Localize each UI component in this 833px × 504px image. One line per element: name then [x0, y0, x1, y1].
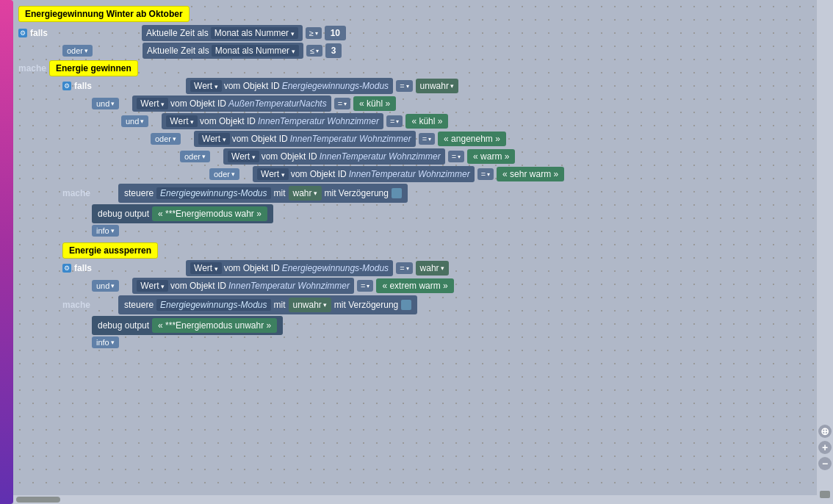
zoom-in-button[interactable]: + [818, 441, 832, 454]
wert-dd-3[interactable]: Wert [166, 115, 198, 127]
obj-id-modus-1: Energiegewinnungs-Modus [282, 81, 389, 91]
obj-id-innen-3: InnenTemperatur Wohnzimmer [320, 151, 441, 162]
gear-icon-3[interactable]: ⚙ [62, 264, 71, 273]
debug-text-2: debug output [98, 320, 149, 331]
str-kuhl-1: « kühl » [353, 96, 396, 111]
str-warm: « warm » [467, 149, 515, 164]
eq-op-2[interactable]: = [334, 98, 350, 109]
verzoegerung-toggle-1[interactable] [392, 188, 402, 198]
gte-op-1[interactable]: ≥ [306, 27, 322, 39]
compass-icon[interactable]: ⊕ [818, 425, 832, 438]
wert-dd-6[interactable]: Wert [257, 168, 289, 180]
horizontal-scrollbar[interactable] [13, 495, 817, 504]
wert-dd-2[interactable]: Wert [137, 98, 168, 109]
aktuelle-zeit-label-2: Aktuelle Zeit als [147, 46, 209, 56]
wahr-val-1[interactable]: wahr [289, 186, 322, 201]
wert-block-modus-2[interactable]: Wert vom Objekt ID Energiegewinnungs-Mod… [186, 260, 393, 276]
str-angenehm: « angenehm » [438, 132, 506, 146]
und-kw-1[interactable]: und [92, 98, 119, 109]
wert-dd-8[interactable]: Wert [137, 280, 168, 292]
wert-block-modus-1[interactable]: Wert vom Objekt ID Energiegewinnungs-Mod… [186, 78, 393, 94]
str-kuhl-2: « kühl » [405, 114, 448, 129]
debug-str-1: « ***Energiemodus wahr » [152, 206, 267, 221]
str-sehr-warm: « sehr warm » [497, 167, 564, 181]
obj-id-innen-1: InnenTemperatur Wohnzimmer [258, 116, 379, 126]
energie-gewinnen-label: Energie gewinnen [49, 60, 138, 76]
obj-id-modus-2: Energiegewinnungs-Modus [282, 263, 389, 273]
info-kw-2[interactable]: info [92, 336, 119, 348]
aktuelle-zeit-label: Aktuelle Zeit als [146, 28, 209, 38]
falls-label-3: falls [74, 263, 92, 273]
debug-block-2[interactable]: debug output « ***Energiemodus unwahr » [92, 316, 283, 335]
wert-block-aussen[interactable]: Wert vom Objekt ID AußenTemperaturNachts [132, 96, 331, 112]
debug-block-1[interactable]: debug output « ***Energiemodus wahr » [92, 204, 273, 223]
aktuelle-zeit-block-2[interactable]: Aktuelle Zeit als Monat als Nummer [143, 43, 303, 59]
blocks-canvas: Energiegewinnung Winter ab Oktober ⚙ fal… [18, 6, 819, 354]
oder-kw-4[interactable]: oder [209, 168, 239, 180]
debug-str-2: « ***Energiemodus unwahr » [152, 318, 277, 333]
falls-label-2: falls [74, 81, 92, 91]
eq-op-4[interactable]: = [419, 133, 435, 145]
left-accent-bar [0, 0, 13, 504]
eq-op-8[interactable]: = [357, 280, 373, 292]
falls-label-1: falls [30, 28, 48, 38]
aktuelle-zeit-block-1[interactable]: Aktuelle Zeit als Monat als Nummer [142, 25, 303, 41]
obj-id-aussen: AußenTemperaturNachts [228, 98, 327, 109]
eq-op-6[interactable]: = [477, 168, 494, 180]
eq-op-5[interactable]: = [448, 151, 464, 162]
mache-label-3: mache [62, 298, 90, 312]
energie-aussperren-label: Energie aussperren [62, 242, 158, 259]
steuere-text-2: steuere [124, 300, 154, 310]
oder-kw-1[interactable]: oder [62, 45, 93, 57]
wert-block-innen-3[interactable]: Wert vom Objekt ID InnenTemperatur Wohnz… [223, 148, 445, 165]
info-kw-1[interactable]: info [92, 225, 119, 237]
oder-kw-2[interactable]: oder [151, 133, 181, 145]
hscroll-thumb[interactable] [16, 497, 60, 503]
lte-op-1[interactable]: ≤ [306, 45, 322, 57]
value-3: 3 [325, 43, 342, 58]
steuere-block-1[interactable]: steuere Energiegewinnungs-Modus mit wahr… [118, 184, 408, 203]
steuere-id-2: Energiegewinnungs-Modus [156, 299, 270, 311]
unwahr-val-2[interactable]: unwahr [289, 298, 331, 312]
wert-block-innen-4[interactable]: Wert vom Objekt ID InnenTemperatur Wohnz… [253, 166, 475, 182]
eq-op-3[interactable]: = [386, 115, 403, 127]
und-kw-3[interactable]: und [92, 280, 119, 292]
obj-id-innen-2: InnenTemperatur Wohnzimmer [290, 134, 411, 144]
eq-op-1[interactable]: = [396, 80, 412, 92]
wert-dd-5[interactable]: Wert [228, 151, 259, 162]
wert-dd-4[interactable]: Wert [198, 133, 230, 145]
section1-title: Energiegewinnung Winter ab Oktober [18, 6, 190, 22]
wert-dd-7[interactable]: Wert [190, 262, 222, 274]
value-10: 10 [325, 26, 346, 40]
oder-kw-3[interactable]: oder [180, 151, 210, 162]
mache-label-1: mache [18, 61, 46, 76]
gear-icon-1[interactable]: ⚙ [18, 29, 27, 37]
str-extrem-warm: « extrem warm » [376, 278, 453, 293]
monat-dropdown-1[interactable]: Monat als Nummer [211, 27, 298, 39]
und-kw-2[interactable]: und [121, 115, 148, 127]
obj-id-innen-4: InnenTemperatur Wohnzimmer [349, 169, 470, 179]
steuere-block-2[interactable]: steuere Energiegewinnungs-Modus mit unwa… [118, 295, 417, 314]
wahr-val-2[interactable]: wahr [416, 261, 449, 276]
steuere-text-1: steuere [124, 188, 154, 198]
right-panel: ⊕ + − [817, 0, 833, 504]
eq-op-7[interactable]: = [396, 262, 412, 274]
mache-label-2: mache [62, 186, 90, 201]
wert-block-innen-2[interactable]: Wert vom Objekt ID InnenTemperatur Wohnz… [194, 131, 416, 147]
debug-text-1: debug output [98, 209, 149, 219]
wert-dd-1[interactable]: Wert [190, 80, 222, 92]
steuere-id-1: Energiegewinnungs-Modus [156, 187, 270, 199]
wert-block-innen-1[interactable]: Wert vom Objekt ID InnenTemperatur Wohnz… [162, 113, 383, 129]
verzoegerung-toggle-2[interactable] [401, 300, 411, 310]
monat-dropdown-2[interactable]: Monat als Nummer [212, 45, 299, 57]
zoom-out-button[interactable]: − [818, 457, 832, 470]
scrollbar-thumb[interactable] [820, 491, 830, 498]
gear-icon-2[interactable]: ⚙ [62, 82, 71, 90]
obj-id-innen-5: InnenTemperatur Wohnzimmer [228, 281, 350, 291]
unwahr-val-1[interactable]: unwahr [416, 79, 458, 93]
wert-block-innen-5[interactable]: Wert vom Objekt ID InnenTemperatur Wohnz… [132, 278, 354, 294]
